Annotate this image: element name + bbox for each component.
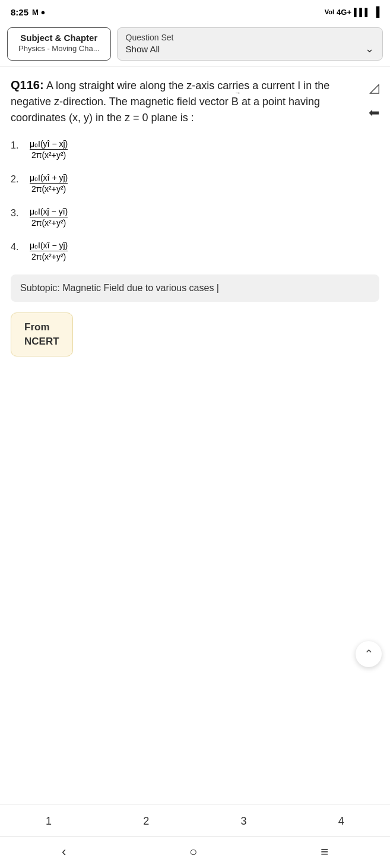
dropdown-row: Show All ⌄ — [126, 42, 374, 55]
back-button[interactable]: ‹ — [62, 844, 66, 860]
source-label: FromNCERT — [11, 313, 73, 356]
page-3[interactable]: 3 — [234, 813, 254, 830]
network-icon: Vol — [325, 8, 334, 15]
battery-icon: ▐ — [373, 7, 379, 17]
option-1-num: 1. — [11, 139, 24, 151]
dropdown-title: Question Set — [126, 33, 174, 42]
share-icon[interactable]: ⬅ — [369, 105, 379, 121]
subtopic-block: Subtopic: Magnetic Field due to various … — [11, 274, 379, 302]
option-1-fraction: μ₀I(yî − xĵ) 2π(x²+y²) — [30, 139, 68, 160]
question-text-block: Q116: A long straight wire along the z-a… — [11, 78, 364, 126]
signal-bars: ▌▌▌ — [354, 8, 370, 17]
page-4[interactable]: 4 — [331, 813, 351, 830]
header: Subject & Chapter Physics - Moving Cha..… — [0, 21, 390, 67]
page-1[interactable]: 1 — [39, 813, 59, 830]
option-3[interactable]: 3. μ₀I(xĵ − yî) 2π(x²+y²) — [11, 207, 379, 228]
menu-button[interactable]: ≡ — [321, 844, 328, 860]
dropdown-value: Show All — [126, 44, 160, 54]
option-1-numerator: μ₀I(yî − xĵ) — [30, 139, 68, 150]
option-4-numerator: μ₀I(xî − yĵ) — [30, 241, 68, 251]
subject-chapter-tab[interactable]: Subject & Chapter Physics - Moving Cha..… — [7, 27, 111, 61]
bookmark-icon[interactable]: ◿ — [369, 80, 379, 96]
option-2-numerator: μ₀I(xî + yĵ) — [30, 173, 68, 184]
option-2[interactable]: 2. μ₀I(xî + yĵ) 2π(x²+y²) — [11, 173, 379, 194]
question-area: Q116: A long straight wire along the z-a… — [11, 78, 379, 126]
page-2[interactable]: 2 — [136, 813, 156, 830]
status-right: Vol 4G+ ▌▌▌ ▐ — [325, 7, 379, 17]
status-icons: M ● — [32, 8, 45, 17]
tab1-sub: Physics - Moving Cha... — [18, 44, 100, 53]
question-set-dropdown[interactable]: Question Set Show All ⌄ — [117, 27, 383, 61]
option-4[interactable]: 4. μ₀I(xî − yĵ) 2π(x²+y²) — [11, 241, 379, 261]
vector-b: B — [232, 94, 239, 110]
option-3-denominator: 2π(x²+y²) — [31, 217, 66, 228]
source-tag: FromNCERT — [11, 302, 379, 356]
option-2-fraction: μ₀I(xî + yĵ) 2π(x²+y²) — [30, 173, 68, 194]
option-4-fraction: μ₀I(xî − yĵ) 2π(x²+y²) — [30, 241, 68, 261]
home-button[interactable]: ○ — [189, 844, 197, 860]
option-2-denominator: 2π(x²+y²) — [31, 184, 66, 194]
question-icons: ◿ ⬅ — [369, 78, 379, 126]
question-number: Q116: — [11, 78, 44, 91]
main-content: Q116: A long straight wire along the z-a… — [0, 67, 390, 804]
option-4-denominator: 2π(x²+y²) — [31, 251, 66, 261]
status-bar: 8:25 M ● Vol 4G+ ▌▌▌ ▐ — [0, 0, 390, 21]
tab1-title: Subject & Chapter — [20, 33, 97, 43]
question-body: A long straight wire along the z-axis ca… — [11, 80, 329, 124]
option-3-num: 3. — [11, 207, 24, 219]
option-2-num: 2. — [11, 173, 24, 185]
option-3-fraction: μ₀I(xĵ − yî) 2π(x²+y²) — [30, 207, 68, 228]
network-type: 4G+ — [337, 8, 351, 17]
option-1[interactable]: 1. μ₀I(yî − xĵ) 2π(x²+y²) — [11, 139, 379, 160]
scroll-up-button[interactable]: ⌃ — [356, 641, 382, 667]
status-left: 8:25 M ● — [11, 7, 45, 17]
pagination: 1 2 3 4 — [0, 804, 390, 836]
options-block: 1. μ₀I(yî − xĵ) 2π(x²+y²) 2. μ₀I(xî + yĵ… — [11, 139, 379, 261]
option-4-num: 4. — [11, 241, 24, 252]
chevron-down-icon: ⌄ — [365, 42, 374, 55]
nav-bar: ‹ ○ ≡ — [0, 836, 390, 868]
subtopic-text: Subtopic: Magnetic Field due to various … — [20, 283, 219, 293]
status-time: 8:25 — [11, 7, 28, 17]
option-3-numerator: μ₀I(xĵ − yî) — [30, 207, 68, 217]
option-1-denominator: 2π(x²+y²) — [31, 150, 66, 160]
